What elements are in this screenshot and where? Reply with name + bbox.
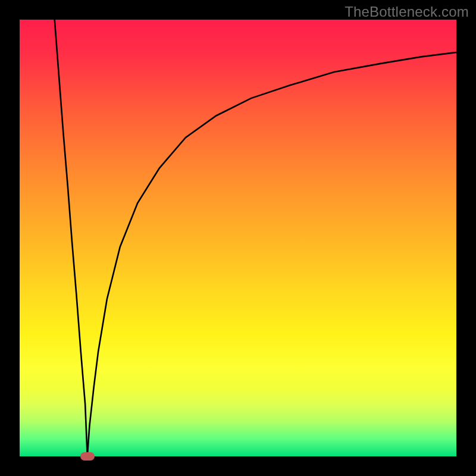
optimal-marker (80, 452, 95, 461)
left-branch-curve (55, 20, 87, 456)
plot-area (20, 20, 456, 456)
watermark-text: TheBottleneck.com (345, 4, 469, 20)
bottleneck-curves (20, 20, 456, 456)
right-branch-curve (87, 52, 456, 456)
